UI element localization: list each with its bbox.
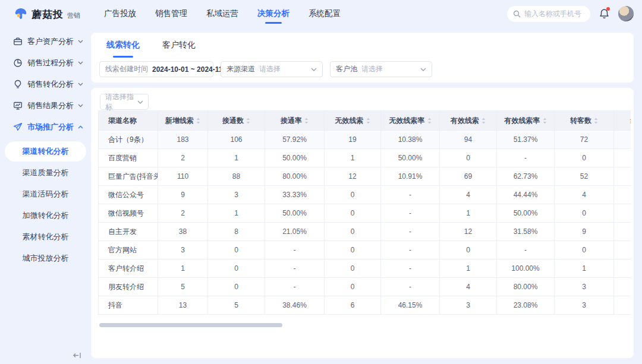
nav-item-1[interactable]: 广告投放 (95, 0, 146, 27)
column-header-3[interactable]: 接通数 (208, 111, 265, 131)
column-header-8[interactable]: 有效线索率 (497, 111, 555, 131)
value-cell: 44.44% (497, 186, 555, 204)
value-cell: 72 (555, 131, 614, 149)
source-channel-filter[interactable]: 来源渠道 请选择 (221, 61, 323, 77)
value-cell: 5 (158, 278, 208, 296)
column-header-4[interactable]: 接通率 (265, 111, 325, 131)
monitor-icon (13, 101, 23, 110)
value-cell: 12 (440, 223, 497, 241)
column-header-2[interactable]: 新增线索 (158, 111, 208, 131)
sort-icon[interactable] (366, 118, 370, 124)
nav-item-4[interactable]: 决策分析 (248, 0, 299, 27)
table-row: 朋友转介绍50-0-480.00%3 (99, 278, 631, 296)
date-range-filter[interactable]: 线索创建时间 2024-10-01 ~ 2024-11-08 (99, 61, 213, 77)
value-cell: - (381, 241, 440, 259)
value-cell: 0 (555, 149, 614, 167)
value-cell: 106 (208, 131, 265, 149)
sidebar-subitem-1[interactable]: 渠道转化分析 (5, 141, 86, 162)
search-input[interactable] (524, 10, 587, 18)
value-cell: 69 (440, 167, 497, 186)
value-cell: 1 (325, 149, 381, 167)
brand-name: 蘑菇投 (32, 8, 64, 21)
tab-1[interactable]: 线索转化 (106, 33, 140, 58)
value-cell: 50.00% (497, 204, 555, 223)
sidebar-item-label: 销售过程分析 (27, 58, 74, 68)
chevron-down-icon (137, 100, 143, 104)
value-cell: 80.00% (497, 278, 555, 296)
sort-icon[interactable] (427, 118, 432, 124)
value-cell: 1 (208, 149, 265, 167)
column-label: 无效线索率 (389, 116, 425, 126)
user-avatar[interactable] (618, 6, 634, 21)
notification-bell[interactable] (599, 8, 609, 19)
sidebar-item-5[interactable]: 市场推广分析 (0, 116, 91, 138)
value-cell: 94 (440, 131, 497, 149)
nav-item-2[interactable]: 销售管理 (146, 0, 197, 27)
filter-card: 线索转化客户转化 线索创建时间 2024-10-01 ~ 2024-11-08 … (91, 33, 634, 83)
value-cell: 1 (208, 204, 265, 223)
table-row: 巨量广告(抖音头条)1108880.00%1210.91%6962.73%52 (99, 167, 631, 186)
chevron-down-icon (78, 83, 83, 86)
sidebar-item-4[interactable]: 销售结果分析 (0, 95, 91, 116)
sidebar-subitem-3[interactable]: 渠道活码分析 (5, 184, 86, 204)
sidebar-item-1[interactable]: 客户资产分析 (0, 31, 91, 52)
sidebar-subitem-4[interactable]: 加微转化分析 (5, 205, 86, 226)
column-header-6[interactable]: 无效线索率 (381, 111, 440, 131)
column-header-9[interactable]: 转客数 (555, 111, 614, 131)
customer-pool-filter[interactable]: 客户池 请选择 (330, 61, 432, 77)
sort-icon[interactable] (543, 118, 547, 124)
value-cell: 13 (158, 296, 208, 315)
sidebar-item-3[interactable]: 销售转化分析 (0, 74, 91, 95)
nav-item-3[interactable]: 私域运营 (197, 0, 248, 27)
global-search[interactable] (507, 6, 590, 22)
column-header-5[interactable]: 无效线索 (325, 111, 381, 131)
sort-icon[interactable] (482, 118, 486, 124)
value-cell: 88 (208, 167, 265, 186)
tab-2[interactable]: 客户转化 (162, 33, 196, 58)
value-cell (614, 131, 631, 149)
value-cell: 0 (440, 241, 497, 259)
value-cell (614, 278, 631, 296)
value-cell: 0 (440, 149, 497, 167)
column-label: 接通率 (281, 116, 302, 126)
column-header-7[interactable]: 有效线索 (440, 111, 497, 131)
horizontal-scrollbar-thumb[interactable] (99, 323, 282, 327)
value-cell: - (497, 241, 555, 259)
channel-name-cell: 百度营销 (99, 149, 158, 167)
sort-icon[interactable] (196, 118, 200, 124)
value-cell: 8 (208, 223, 265, 241)
value-cell: 10.91% (381, 167, 440, 186)
value-cell: 57.92% (265, 131, 325, 149)
value-cell: 33.33% (265, 186, 325, 204)
sidebar-item-label: 客户资产分析 (27, 36, 74, 47)
value-cell: 0 (208, 241, 265, 259)
metric-select[interactable]: 请选择指标 (100, 94, 149, 110)
channel-table-wrap: 渠道名称新增线索接通数接通率无效线索无效线索率有效线索有效线索率转客数线索合计（… (98, 110, 631, 315)
sidebar-collapse-button[interactable] (73, 352, 82, 359)
column-label: 有效线索 (451, 116, 479, 126)
nav-item-5[interactable]: 系统配置 (299, 0, 350, 27)
sidebar-submenu: 渠道转化分析渠道质量分析渠道活码分析加微转化分析素材转化分析城市投放分析 (0, 138, 91, 272)
column-label: 线索 (631, 116, 631, 126)
column-label: 渠道名称 (108, 116, 137, 126)
channel-name-cell: 巨量广告(抖音头条) (99, 167, 158, 186)
value-cell: 0 (208, 259, 265, 278)
sort-icon[interactable] (594, 118, 598, 124)
sidebar-subitem-6[interactable]: 城市投放分析 (5, 248, 86, 268)
sort-icon[interactable] (246, 118, 250, 124)
sidebar-item-2[interactable]: 销售过程分析 (0, 52, 91, 74)
sidebar-subitem-5[interactable]: 素材转化分析 (5, 227, 86, 247)
brand-suffix: 营销 (67, 11, 80, 20)
value-cell: 3 (208, 186, 265, 204)
value-cell: - (265, 241, 325, 259)
sort-icon[interactable] (304, 118, 309, 124)
table-row: 微信公众号9333.33%0-444.44%4 (99, 186, 631, 204)
value-cell: 3 (158, 241, 208, 259)
sidebar-subitem-2[interactable]: 渠道质量分析 (5, 163, 86, 183)
topbar-right (507, 6, 634, 22)
sidebar-item-label: 销售转化分析 (27, 79, 74, 90)
value-cell: 3 (440, 296, 497, 315)
chevron-down-icon (306, 68, 317, 71)
source-filter-placeholder: 请选择 (259, 64, 281, 74)
channel-name-cell: 朋友转介绍 (99, 278, 158, 296)
